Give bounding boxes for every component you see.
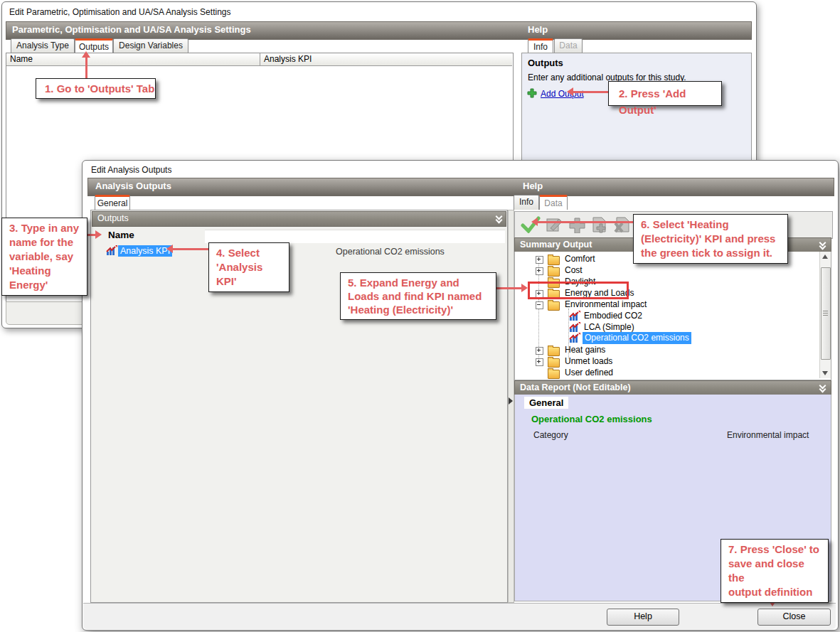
collapse-icon[interactable] — [536, 301, 543, 309]
column-header-kpi[interactable]: Analysis KPI — [260, 53, 512, 66]
splitter-collapse-icon[interactable] — [509, 397, 513, 405]
dialog-header-title: Parametric, Optimisation and UA/SA Analy… — [12, 22, 251, 38]
expand-icon[interactable] — [536, 256, 543, 264]
callout-5-arrowhead — [521, 284, 528, 292]
tab-analysis-type[interactable]: Analysis Type — [11, 38, 75, 53]
name-column-label: Name — [108, 230, 134, 240]
folder-icon — [548, 256, 560, 265]
tab-help-data[interactable]: Data — [554, 38, 583, 53]
tab-outputs[interactable]: Outputs — [75, 38, 113, 53]
expand-icon[interactable] — [536, 267, 543, 275]
callout-6-arrow-line — [538, 221, 633, 223]
name-value-field[interactable] — [205, 230, 505, 243]
help-panel-title: Help — [523, 178, 543, 194]
analysis-kpi-item[interactable]: Analysis KPI — [118, 245, 172, 257]
duplicate-button[interactable] — [590, 216, 610, 233]
data-report-header[interactable]: Data Report (Not Editable) — [514, 380, 831, 396]
help-panel-title: Help — [528, 22, 548, 38]
callout-5: 5. Expand Energy and Loads and find KPI … — [340, 272, 496, 320]
scroll-up-icon[interactable] — [820, 252, 831, 262]
report-field-label: Category — [533, 430, 568, 440]
tree-scrollbar[interactable] — [819, 252, 831, 378]
edit-button[interactable] — [545, 216, 565, 233]
outputs-group-header[interactable]: Outputs — [92, 211, 506, 227]
folder-icon — [548, 347, 560, 356]
tab-general[interactable]: General — [95, 195, 130, 210]
dialog-header-title: Analysis Outputs — [95, 178, 171, 194]
dialog-header-bar: Parametric, Optimisation and UA/SA Analy… — [6, 21, 752, 40]
callout-4: 4. Select 'Analysis KPI' — [208, 242, 289, 292]
report-kpi-title: Operational CO2 emissions — [531, 414, 652, 424]
callout-2-arrow-line — [573, 91, 608, 93]
report-general-tab: General — [524, 397, 568, 409]
folder-icon — [548, 267, 560, 277]
callout-6: 6. Select 'Heating (Electricity)' KPI an… — [633, 214, 788, 264]
tab-help-data[interactable]: Data — [539, 195, 568, 210]
tab-design-variables[interactable]: Design Variables — [113, 38, 188, 53]
expand-icon[interactable] — [536, 358, 543, 366]
column-header-name[interactable]: Name — [6, 53, 260, 66]
collapse-chevron-icon[interactable] — [495, 214, 503, 224]
folder-icon — [548, 370, 560, 379]
scrollbar-thumb[interactable] — [821, 267, 831, 360]
tab-help-info[interactable]: Info — [514, 195, 539, 210]
expand-icon[interactable] — [536, 347, 543, 355]
tab-help-info[interactable]: Info — [528, 38, 553, 53]
outputs-pane: Outputs Name Analysis KPI Operational CO… — [90, 210, 508, 603]
footer-bar: Help Close — [83, 603, 836, 629]
kpi-assigned-value: Operational CO2 emissions — [336, 247, 445, 257]
callout-1-arrow-line — [85, 57, 87, 79]
callout-5-arrow-line — [496, 287, 523, 289]
scroll-down-icon[interactable] — [820, 368, 831, 378]
kpi-tree: Comfort Cost Daylight Energy and Loads E… — [514, 252, 831, 380]
callout-1-arrowhead — [82, 51, 90, 58]
collapse-chevron-icon[interactable] — [819, 240, 826, 250]
folder-icon — [548, 301, 560, 311]
report-field-value: Environmental impact — [727, 430, 809, 440]
callout-7: 7. Press 'Close' to save and close the o… — [721, 539, 829, 603]
add-button[interactable] — [568, 216, 588, 233]
callout-4-arrow-line — [173, 248, 208, 250]
dialog-header-bar: Analysis Outputs Help — [87, 178, 834, 196]
kpi-chart-icon — [106, 245, 118, 256]
callout-3-arrowhead — [95, 230, 102, 239]
add-icon — [527, 88, 537, 98]
delete-button[interactable] — [613, 216, 633, 233]
help-section-title: Outputs — [528, 58, 563, 68]
kpi-chart-icon — [569, 311, 581, 321]
callout-2: 2. Press 'Add Output' — [608, 81, 722, 106]
callout-6-arrowhead — [531, 218, 538, 226]
annotation-highlight-energy-and-loads — [528, 282, 629, 299]
window-title: Edit Parametric, Optimisation and UA/SA … — [9, 7, 230, 17]
kpi-chart-icon — [569, 333, 581, 343]
callout-3: 3. Type in any name for the variable, sa… — [1, 218, 87, 296]
callout-1: 1. Go to 'Outputs' Tab — [36, 78, 156, 99]
collapse-chevron-icon[interactable] — [819, 383, 826, 393]
callout-2-arrowhead — [567, 87, 573, 96]
kpi-chart-icon — [569, 322, 581, 333]
pane-splitter[interactable] — [508, 210, 514, 603]
window-title: Edit Analysis Outputs — [91, 165, 171, 175]
callout-4-arrowhead — [166, 245, 173, 253]
help-button[interactable]: Help — [607, 609, 679, 626]
close-button[interactable]: Close — [757, 609, 831, 626]
folder-icon — [548, 358, 560, 368]
